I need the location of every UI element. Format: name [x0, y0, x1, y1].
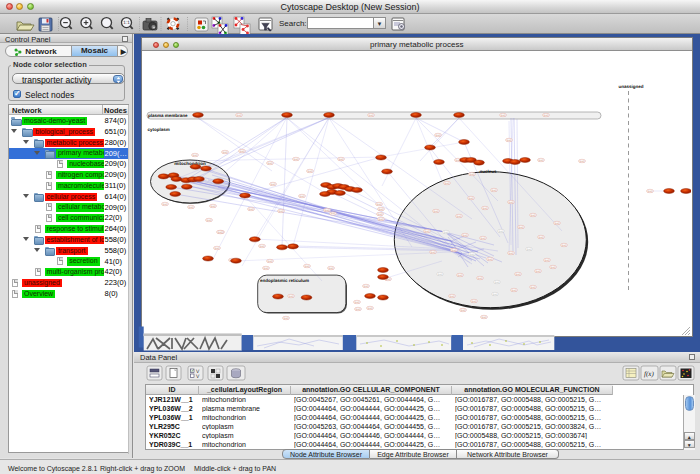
svg-text:[xxx]: [xxx]: [499, 230, 504, 233]
svg-text:[xxx]: [xxx]: [240, 150, 245, 153]
svg-text:[xxx]: [xxx]: [379, 218, 384, 221]
svg-text:[xxx]: [xxx]: [478, 277, 483, 280]
svg-text:[xxx]: [xxx]: [284, 317, 289, 320]
svg-text:[xxx]: [xxx]: [492, 189, 497, 192]
svg-text:[xxx]: [xxx]: [260, 245, 265, 248]
svg-text:[xxx]: [xxx]: [551, 266, 556, 269]
svg-text:[xxx]: [xxx]: [445, 182, 450, 185]
svg-text:[xxx]: [xxx]: [452, 249, 457, 252]
svg-text:[xxx]: [xxx]: [469, 197, 474, 200]
svg-text:[xxx]: [xxx]: [463, 234, 468, 237]
svg-text:[xxx]: [xxx]: [501, 114, 506, 117]
svg-text:[xxx]: [xxx]: [378, 213, 383, 216]
svg-text:[xxx]: [xxx]: [300, 195, 305, 198]
svg-text:[xxx]: [xxx]: [545, 259, 550, 262]
svg-text:[xxx]: [xxx]: [264, 267, 269, 270]
svg-text:[xxx]: [xxx]: [470, 253, 475, 256]
svg-text:[xxx]: [xxx]: [580, 160, 585, 163]
svg-text:[xxx]: [xxx]: [493, 293, 498, 296]
svg-text:[xxx]: [xxx]: [268, 260, 273, 263]
svg-text:[xxx]: [xxx]: [458, 274, 463, 277]
svg-text:[xxx]: [xxx]: [356, 308, 361, 311]
svg-text:[xxx]: [xxx]: [368, 307, 373, 310]
svg-text:[xxx]: [xxx]: [539, 236, 544, 239]
svg-text:unassigned: unassigned: [618, 84, 643, 89]
svg-text:[xxx]: [xxx]: [271, 183, 276, 186]
svg-text:[xxx]: [xxx]: [294, 158, 299, 161]
svg-text:[xxx]: [xxx]: [434, 210, 439, 213]
svg-text:[xxx]: [xxx]: [470, 173, 475, 176]
svg-text:[xxx]: [xxx]: [509, 201, 514, 204]
svg-text:[xxx]: [xxx]: [355, 301, 360, 304]
svg-text:[xxx]: [xxx]: [215, 247, 220, 250]
svg-text:[xxx]: [xxx]: [531, 214, 536, 217]
svg-text:[xxx]: [xxx]: [519, 226, 524, 229]
svg-text:[xxx]: [xxx]: [369, 114, 374, 117]
svg-text:[xxx]: [xxx]: [539, 159, 544, 162]
svg-text:[xxx]: [xxx]: [483, 207, 488, 210]
svg-text:[xxx]: [xxx]: [482, 316, 487, 319]
svg-text:[xxx]: [xxx]: [325, 209, 330, 212]
svg-text:[xxx]: [xxx]: [279, 210, 284, 213]
svg-text:endoplasmic reticulum: endoplasmic reticulum: [260, 278, 309, 283]
svg-text:[xxx]: [xxx]: [488, 258, 493, 261]
svg-text:[xxx]: [xxx]: [461, 309, 466, 312]
svg-text:[xxx]: [xxx]: [189, 206, 194, 209]
svg-text:[xxx]: [xxx]: [377, 203, 382, 206]
svg-text:[xxx]: [xxx]: [438, 273, 443, 276]
svg-text:[xxx]: [xxx]: [193, 154, 198, 157]
svg-text:[xxx]: [xxx]: [562, 244, 567, 247]
svg-text:[xxx]: [xxx]: [509, 252, 514, 255]
svg-text:f(x): f(x): [644, 370, 654, 378]
svg-text:nucleus: nucleus: [479, 169, 497, 174]
svg-text:[xxx]: [xxx]: [481, 237, 486, 240]
svg-text:[xxx]: [xxx]: [527, 248, 532, 251]
svg-text:[xxx]: [xxx]: [305, 265, 310, 268]
svg-text:[xxx]: [xxx]: [379, 208, 384, 211]
svg-text:[xxx]: [xxx]: [237, 114, 242, 117]
svg-text:[xxx]: [xxx]: [268, 162, 273, 165]
svg-text:[xxx]: [xxx]: [329, 267, 334, 270]
svg-text:[xxx]: [xxx]: [331, 212, 336, 215]
svg-text:[xxx]: [xxx]: [516, 273, 521, 276]
svg-text:1:1: 1:1: [123, 20, 130, 25]
svg-text:[xxx]: [xxx]: [544, 114, 549, 117]
svg-text:[xxx]: [xxx]: [425, 230, 430, 233]
svg-text:[xxx]: [xxx]: [436, 134, 441, 137]
svg-text:plasma membrane: plasma membrane: [148, 113, 188, 118]
svg-text:[xxx]: [xxx]: [431, 251, 436, 254]
svg-text:[xxx]: [xxx]: [223, 151, 228, 154]
svg-text:[xxx]: [xxx]: [472, 300, 477, 303]
svg-text:[xxx]: [xxx]: [507, 139, 512, 142]
svg-text:[xxx]: [xxx]: [450, 295, 455, 298]
svg-text:[xxx]: [xxx]: [457, 215, 462, 218]
svg-text:[xxx]: [xxx]: [339, 158, 344, 161]
svg-text:[xxx]: [xxx]: [163, 203, 168, 206]
svg-text:[xxx]: [xxx]: [536, 270, 541, 273]
svg-text:[xxx]: [xxx]: [495, 281, 500, 284]
svg-text:[xxx]: [xxx]: [512, 289, 517, 292]
svg-text:mitochondrion: mitochondrion: [174, 161, 206, 166]
svg-text:[xxx]: [xxx]: [308, 170, 313, 173]
svg-text:[xxx]: [xxx]: [207, 219, 212, 222]
svg-text:cytoplasm: cytoplasm: [148, 127, 170, 132]
svg-text:[xxx]: [xxx]: [218, 231, 223, 234]
svg-text:[xxx]: [xxx]: [249, 208, 254, 211]
svg-text:[xxx]: [xxx]: [211, 205, 216, 208]
svg-text:[xxx]: [xxx]: [648, 190, 653, 193]
svg-text:[xxx]: [xxx]: [555, 222, 560, 225]
svg-text:[xxx]: [xxx]: [531, 286, 536, 289]
svg-text:[xxx]: [xxx]: [364, 285, 369, 288]
svg-text:[xxx]: [xxx]: [444, 231, 449, 234]
svg-text:[xxx]: [xxx]: [289, 295, 294, 298]
